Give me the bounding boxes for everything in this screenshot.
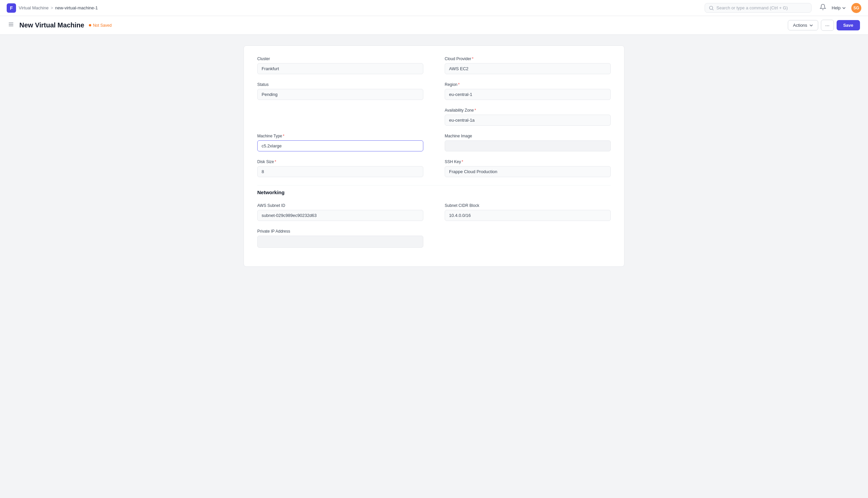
page-header: New Virtual Machine Not Saved Actions ··… xyxy=(0,16,868,35)
form-row-2: Status Region* xyxy=(257,82,611,100)
machine-image-group: Machine Image xyxy=(445,134,611,152)
machine-type-input[interactable] xyxy=(257,140,423,152)
breadcrumb-sep: > xyxy=(51,5,53,10)
form-row-6: AWS Subnet ID Subnet CIDR Block xyxy=(257,203,611,221)
not-saved-label: Not Saved xyxy=(93,23,111,28)
region-group: Region* xyxy=(445,82,611,100)
availability-zone-group: Availability Zone* xyxy=(445,108,611,126)
help-label: Help xyxy=(831,5,841,10)
breadcrumb-current: new-virtual-machine-1 xyxy=(55,5,98,10)
required-star: * xyxy=(472,56,473,61)
form-row-3: Availability Zone* xyxy=(257,108,611,126)
cloud-provider-input[interactable] xyxy=(445,63,611,74)
ssh-key-group: SSH Key* xyxy=(445,159,611,177)
notifications-icon[interactable] xyxy=(819,4,826,12)
avatar[interactable]: SG xyxy=(851,3,861,13)
region-input[interactable] xyxy=(445,89,611,100)
subnet-cidr-input[interactable] xyxy=(445,210,611,221)
availability-zone-input[interactable] xyxy=(445,115,611,126)
save-button[interactable]: Save xyxy=(837,20,860,30)
availability-zone-label: Availability Zone* xyxy=(445,108,611,113)
private-ip-input[interactable] xyxy=(257,236,423,248)
disk-size-input[interactable] xyxy=(257,166,423,177)
form-row-5: Disk Size* SSH Key* xyxy=(257,159,611,177)
ssh-key-label: SSH Key* xyxy=(445,159,611,164)
disk-size-label: Disk Size* xyxy=(257,159,423,164)
cluster-group: Cluster xyxy=(257,56,423,74)
machine-image-label: Machine Image xyxy=(445,134,611,139)
chevron-down-icon xyxy=(842,6,846,10)
main-content: Cluster Cloud Provider* Status Region* xyxy=(0,35,868,498)
top-nav: F Virtual Machine > new-virtual-machine-… xyxy=(0,0,868,16)
disk-size-group: Disk Size* xyxy=(257,159,423,177)
status-label: Status xyxy=(257,82,423,87)
machine-type-label: Machine Type* xyxy=(257,134,423,139)
status-group: Status xyxy=(257,82,423,100)
more-label: ··· xyxy=(825,22,830,28)
app-icon[interactable]: F xyxy=(7,3,16,13)
actions-chevron-icon xyxy=(809,23,813,27)
page-title: New Virtual Machine xyxy=(19,22,84,29)
svg-line-1 xyxy=(713,9,713,10)
networking-section-header: Networking xyxy=(257,185,611,195)
status-input[interactable] xyxy=(257,89,423,100)
more-options-button[interactable]: ··· xyxy=(821,20,834,31)
region-label: Region* xyxy=(445,82,611,87)
ssh-key-input[interactable] xyxy=(445,166,611,177)
sidebar-toggle-icon[interactable] xyxy=(8,22,14,29)
subnet-cidr-group: Subnet CIDR Block xyxy=(445,203,611,221)
svg-point-0 xyxy=(710,6,713,9)
private-ip-group: Private IP Address xyxy=(257,229,423,248)
cloud-provider-group: Cloud Provider* xyxy=(445,56,611,74)
save-label: Save xyxy=(843,23,853,28)
breadcrumb: Virtual Machine > new-virtual-machine-1 xyxy=(19,5,98,10)
search-icon xyxy=(709,6,713,10)
actions-label: Actions xyxy=(793,23,807,28)
cloud-provider-label: Cloud Provider* xyxy=(445,56,611,61)
actions-button[interactable]: Actions xyxy=(788,20,818,30)
private-ip-label: Private IP Address xyxy=(257,229,423,234)
cluster-label: Cluster xyxy=(257,56,423,61)
aws-subnet-group: AWS Subnet ID xyxy=(257,203,423,221)
not-saved-dot xyxy=(89,24,91,26)
aws-subnet-input[interactable] xyxy=(257,210,423,221)
machine-type-group: Machine Type* xyxy=(257,134,423,152)
search-placeholder: Search or type a command (Ctrl + G) xyxy=(716,5,788,10)
form-container: Cluster Cloud Provider* Status Region* xyxy=(243,45,625,267)
aws-subnet-label: AWS Subnet ID xyxy=(257,203,423,208)
subnet-cidr-label: Subnet CIDR Block xyxy=(445,203,611,208)
empty-group xyxy=(257,108,423,126)
form-row-7: Private IP Address xyxy=(257,229,611,248)
not-saved-badge: Not Saved xyxy=(89,23,111,28)
search-bar[interactable]: Search or type a command (Ctrl + G) xyxy=(705,3,812,13)
breadcrumb-parent[interactable]: Virtual Machine xyxy=(19,5,49,10)
cluster-input[interactable] xyxy=(257,63,423,74)
header-actions: Actions ··· Save xyxy=(788,20,860,31)
machine-image-input[interactable] xyxy=(445,140,611,152)
help-button[interactable]: Help xyxy=(831,5,846,10)
form-row-1: Cluster Cloud Provider* xyxy=(257,56,611,74)
form-row-4: Machine Type* Machine Image xyxy=(257,134,611,152)
